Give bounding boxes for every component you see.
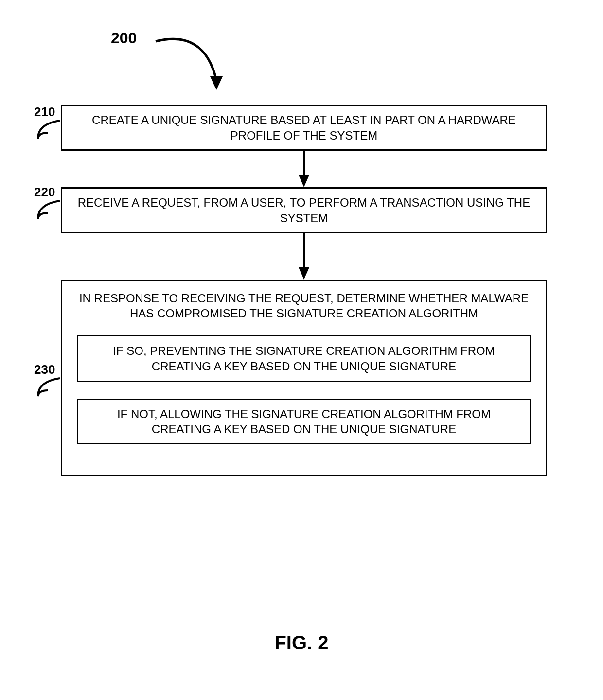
- svg-marker-0: [210, 76, 223, 90]
- step-220-box: RECEIVE A REQUEST, FROM A USER, TO PERFO…: [61, 187, 547, 233]
- arrow-icon: [297, 233, 311, 282]
- step-230-box: IN RESPONSE TO RECEIVING THE REQUEST, DE…: [61, 280, 547, 476]
- svg-marker-4: [299, 267, 309, 280]
- step-230-sub-b-text: IF NOT, ALLOWING THE SIGNATURE CREATION …: [88, 406, 520, 437]
- step-210-box: CREATE A UNIQUE SIGNATURE BASED AT LEAST…: [61, 105, 547, 151]
- step-210-text: CREATE A UNIQUE SIGNATURE BASED AT LEAST…: [72, 112, 536, 142]
- step-230-sub-b-box: IF NOT, ALLOWING THE SIGNATURE CREATION …: [77, 399, 531, 444]
- svg-marker-2: [299, 175, 309, 187]
- step-230-title: IN RESPONSE TO RECEIVING THE REQUEST, DE…: [77, 291, 531, 321]
- arrow-icon: [297, 151, 311, 190]
- diagram-number-label: 200: [111, 29, 137, 47]
- label-tick-icon: [33, 119, 62, 143]
- step-210-label: 210: [34, 105, 55, 120]
- step-230-label: 230: [34, 362, 55, 377]
- label-tick-icon: [33, 377, 62, 401]
- figure-label: FIG. 2: [0, 632, 603, 654]
- step-230-sub-a-text: IF SO, PREVENTING THE SIGNATURE CREATION…: [88, 343, 520, 373]
- label-tick-icon: [33, 199, 62, 224]
- step-220-label: 220: [34, 185, 55, 200]
- step-230-sub-a-box: IF SO, PREVENTING THE SIGNATURE CREATION…: [77, 335, 531, 381]
- step-220-text: RECEIVE A REQUEST, FROM A USER, TO PERFO…: [72, 195, 536, 225]
- entry-arrow: [146, 27, 233, 105]
